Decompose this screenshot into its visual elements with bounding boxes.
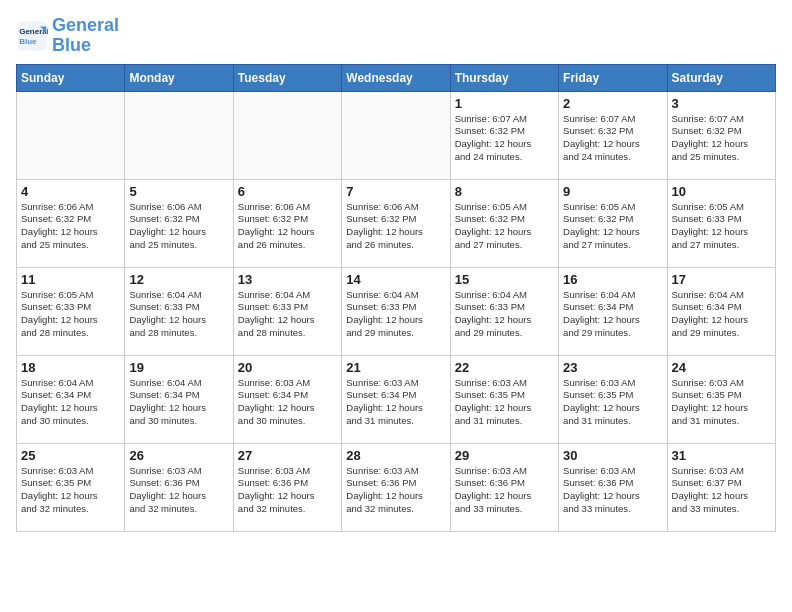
day-number: 2 <box>563 96 662 111</box>
day-info: Sunrise: 6:04 AM Sunset: 6:34 PM Dayligh… <box>672 289 771 340</box>
calendar-week-1: 1Sunrise: 6:07 AM Sunset: 6:32 PM Daylig… <box>17 91 776 179</box>
calendar-week-4: 18Sunrise: 6:04 AM Sunset: 6:34 PM Dayli… <box>17 355 776 443</box>
calendar-cell: 18Sunrise: 6:04 AM Sunset: 6:34 PM Dayli… <box>17 355 125 443</box>
weekday-header-friday: Friday <box>559 64 667 91</box>
weekday-header-thursday: Thursday <box>450 64 558 91</box>
day-info: Sunrise: 6:03 AM Sunset: 6:36 PM Dayligh… <box>129 465 228 516</box>
day-info: Sunrise: 6:03 AM Sunset: 6:36 PM Dayligh… <box>238 465 337 516</box>
day-number: 16 <box>563 272 662 287</box>
calendar-cell: 19Sunrise: 6:04 AM Sunset: 6:34 PM Dayli… <box>125 355 233 443</box>
calendar-cell: 10Sunrise: 6:05 AM Sunset: 6:33 PM Dayli… <box>667 179 775 267</box>
calendar-cell: 23Sunrise: 6:03 AM Sunset: 6:35 PM Dayli… <box>559 355 667 443</box>
calendar-cell <box>342 91 450 179</box>
calendar-cell: 9Sunrise: 6:05 AM Sunset: 6:32 PM Daylig… <box>559 179 667 267</box>
calendar-cell <box>17 91 125 179</box>
day-number: 14 <box>346 272 445 287</box>
calendar-cell: 24Sunrise: 6:03 AM Sunset: 6:35 PM Dayli… <box>667 355 775 443</box>
logo: General Blue General Blue <box>16 16 119 56</box>
calendar-cell: 26Sunrise: 6:03 AM Sunset: 6:36 PM Dayli… <box>125 443 233 531</box>
calendar-table: SundayMondayTuesdayWednesdayThursdayFrid… <box>16 64 776 532</box>
calendar-cell: 30Sunrise: 6:03 AM Sunset: 6:36 PM Dayli… <box>559 443 667 531</box>
day-number: 23 <box>563 360 662 375</box>
day-info: Sunrise: 6:03 AM Sunset: 6:35 PM Dayligh… <box>672 377 771 428</box>
page-header: General Blue General Blue <box>16 16 776 56</box>
weekday-header-tuesday: Tuesday <box>233 64 341 91</box>
logo-text: General Blue <box>52 16 119 56</box>
day-info: Sunrise: 6:06 AM Sunset: 6:32 PM Dayligh… <box>21 201 120 252</box>
day-info: Sunrise: 6:04 AM Sunset: 6:34 PM Dayligh… <box>563 289 662 340</box>
day-info: Sunrise: 6:03 AM Sunset: 6:34 PM Dayligh… <box>238 377 337 428</box>
logo-icon: General Blue <box>16 20 48 52</box>
day-number: 24 <box>672 360 771 375</box>
day-number: 17 <box>672 272 771 287</box>
day-number: 15 <box>455 272 554 287</box>
day-info: Sunrise: 6:03 AM Sunset: 6:35 PM Dayligh… <box>455 377 554 428</box>
calendar-week-5: 25Sunrise: 6:03 AM Sunset: 6:35 PM Dayli… <box>17 443 776 531</box>
day-info: Sunrise: 6:05 AM Sunset: 6:33 PM Dayligh… <box>21 289 120 340</box>
day-info: Sunrise: 6:03 AM Sunset: 6:37 PM Dayligh… <box>672 465 771 516</box>
day-number: 25 <box>21 448 120 463</box>
day-info: Sunrise: 6:05 AM Sunset: 6:32 PM Dayligh… <box>563 201 662 252</box>
day-number: 28 <box>346 448 445 463</box>
day-number: 19 <box>129 360 228 375</box>
day-info: Sunrise: 6:03 AM Sunset: 6:36 PM Dayligh… <box>455 465 554 516</box>
calendar-cell: 29Sunrise: 6:03 AM Sunset: 6:36 PM Dayli… <box>450 443 558 531</box>
day-number: 8 <box>455 184 554 199</box>
day-info: Sunrise: 6:05 AM Sunset: 6:33 PM Dayligh… <box>672 201 771 252</box>
day-info: Sunrise: 6:06 AM Sunset: 6:32 PM Dayligh… <box>238 201 337 252</box>
calendar-cell: 3Sunrise: 6:07 AM Sunset: 6:32 PM Daylig… <box>667 91 775 179</box>
day-number: 10 <box>672 184 771 199</box>
day-info: Sunrise: 6:04 AM Sunset: 6:33 PM Dayligh… <box>129 289 228 340</box>
day-info: Sunrise: 6:04 AM Sunset: 6:33 PM Dayligh… <box>238 289 337 340</box>
day-info: Sunrise: 6:07 AM Sunset: 6:32 PM Dayligh… <box>672 113 771 164</box>
day-info: Sunrise: 6:04 AM Sunset: 6:34 PM Dayligh… <box>21 377 120 428</box>
day-number: 30 <box>563 448 662 463</box>
day-info: Sunrise: 6:05 AM Sunset: 6:32 PM Dayligh… <box>455 201 554 252</box>
calendar-cell: 7Sunrise: 6:06 AM Sunset: 6:32 PM Daylig… <box>342 179 450 267</box>
day-info: Sunrise: 6:04 AM Sunset: 6:33 PM Dayligh… <box>346 289 445 340</box>
weekday-header-sunday: Sunday <box>17 64 125 91</box>
day-number: 12 <box>129 272 228 287</box>
calendar-week-3: 11Sunrise: 6:05 AM Sunset: 6:33 PM Dayli… <box>17 267 776 355</box>
day-info: Sunrise: 6:03 AM Sunset: 6:36 PM Dayligh… <box>563 465 662 516</box>
calendar-cell: 16Sunrise: 6:04 AM Sunset: 6:34 PM Dayli… <box>559 267 667 355</box>
day-info: Sunrise: 6:03 AM Sunset: 6:35 PM Dayligh… <box>563 377 662 428</box>
day-number: 27 <box>238 448 337 463</box>
day-number: 11 <box>21 272 120 287</box>
day-number: 6 <box>238 184 337 199</box>
day-number: 29 <box>455 448 554 463</box>
day-info: Sunrise: 6:03 AM Sunset: 6:34 PM Dayligh… <box>346 377 445 428</box>
day-info: Sunrise: 6:03 AM Sunset: 6:36 PM Dayligh… <box>346 465 445 516</box>
day-number: 3 <box>672 96 771 111</box>
day-info: Sunrise: 6:03 AM Sunset: 6:35 PM Dayligh… <box>21 465 120 516</box>
day-number: 4 <box>21 184 120 199</box>
day-number: 26 <box>129 448 228 463</box>
calendar-cell: 17Sunrise: 6:04 AM Sunset: 6:34 PM Dayli… <box>667 267 775 355</box>
day-number: 18 <box>21 360 120 375</box>
calendar-cell: 4Sunrise: 6:06 AM Sunset: 6:32 PM Daylig… <box>17 179 125 267</box>
day-number: 7 <box>346 184 445 199</box>
day-number: 20 <box>238 360 337 375</box>
calendar-cell: 15Sunrise: 6:04 AM Sunset: 6:33 PM Dayli… <box>450 267 558 355</box>
calendar-cell: 8Sunrise: 6:05 AM Sunset: 6:32 PM Daylig… <box>450 179 558 267</box>
day-info: Sunrise: 6:06 AM Sunset: 6:32 PM Dayligh… <box>129 201 228 252</box>
day-number: 31 <box>672 448 771 463</box>
day-info: Sunrise: 6:07 AM Sunset: 6:32 PM Dayligh… <box>563 113 662 164</box>
calendar-cell <box>125 91 233 179</box>
day-info: Sunrise: 6:07 AM Sunset: 6:32 PM Dayligh… <box>455 113 554 164</box>
weekday-header-wednesday: Wednesday <box>342 64 450 91</box>
calendar-cell: 20Sunrise: 6:03 AM Sunset: 6:34 PM Dayli… <box>233 355 341 443</box>
day-info: Sunrise: 6:06 AM Sunset: 6:32 PM Dayligh… <box>346 201 445 252</box>
calendar-cell: 11Sunrise: 6:05 AM Sunset: 6:33 PM Dayli… <box>17 267 125 355</box>
calendar-cell: 28Sunrise: 6:03 AM Sunset: 6:36 PM Dayli… <box>342 443 450 531</box>
calendar-cell: 14Sunrise: 6:04 AM Sunset: 6:33 PM Dayli… <box>342 267 450 355</box>
calendar-cell: 13Sunrise: 6:04 AM Sunset: 6:33 PM Dayli… <box>233 267 341 355</box>
day-number: 22 <box>455 360 554 375</box>
calendar-header-row: SundayMondayTuesdayWednesdayThursdayFrid… <box>17 64 776 91</box>
day-number: 13 <box>238 272 337 287</box>
svg-text:Blue: Blue <box>19 37 37 46</box>
day-number: 9 <box>563 184 662 199</box>
calendar-cell: 25Sunrise: 6:03 AM Sunset: 6:35 PM Dayli… <box>17 443 125 531</box>
calendar-week-2: 4Sunrise: 6:06 AM Sunset: 6:32 PM Daylig… <box>17 179 776 267</box>
calendar-cell: 1Sunrise: 6:07 AM Sunset: 6:32 PM Daylig… <box>450 91 558 179</box>
